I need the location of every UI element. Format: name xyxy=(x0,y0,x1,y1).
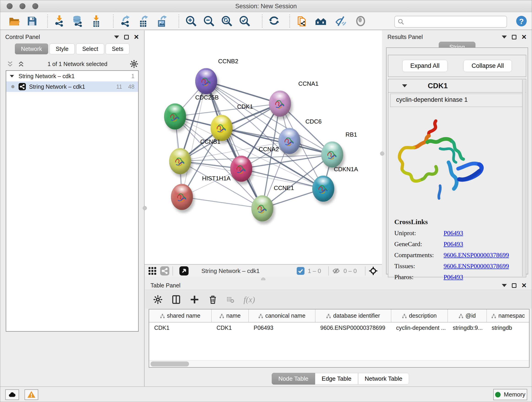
column-header-namespac[interactable]: namespac xyxy=(487,309,530,322)
close-window-icon[interactable] xyxy=(7,3,13,9)
tree-expand-icon[interactable] xyxy=(10,75,14,77)
selected-checkbox-icon[interactable] xyxy=(297,267,304,275)
help-button[interactable]: ? xyxy=(515,15,528,27)
table-options-gear-icon[interactable] xyxy=(153,295,162,304)
scrollbar-thumb[interactable] xyxy=(151,361,189,366)
cloud-status-button[interactable] xyxy=(5,389,19,400)
expand-all-button[interactable]: Expand All xyxy=(402,60,448,72)
table-cell[interactable]: stringdb:9... xyxy=(448,322,487,333)
table-horizontal-scrollbar[interactable] xyxy=(149,360,529,367)
table-cell[interactable]: 9606.ENSP00000378699 xyxy=(315,322,391,333)
tab-sets[interactable]: Sets xyxy=(106,44,129,54)
table-cell[interactable]: CDK1 xyxy=(211,322,249,333)
network-node-HIST1H1A[interactable] xyxy=(171,184,193,210)
network-collection-row[interactable]: String Network – cdk1 1 xyxy=(6,71,138,81)
zoom-fit-button[interactable] xyxy=(221,15,233,27)
birds-eye-view-icon[interactable] xyxy=(369,266,378,275)
crosslink-link[interactable]: P06493 xyxy=(443,230,463,237)
delete-column-trash-icon[interactable] xyxy=(208,295,217,304)
zoom-selected-button[interactable] xyxy=(239,15,251,27)
show-hide-graphics-details-button[interactable] xyxy=(335,15,347,27)
toolbar-separator xyxy=(113,14,114,28)
splitter-handle[interactable] xyxy=(380,152,384,156)
close-panel-icon[interactable]: ✕ xyxy=(134,35,139,39)
zoom-window-icon[interactable] xyxy=(32,3,38,9)
network-row-selected[interactable]: String Network – cdk1 11 48 xyxy=(6,81,138,92)
column-header-description[interactable]: description xyxy=(391,309,448,322)
detach-view-icon[interactable] xyxy=(179,266,189,275)
results-vertical-scrollbar[interactable] xyxy=(522,80,525,276)
collapse-panel-icon[interactable] xyxy=(114,36,119,38)
open-session-button[interactable] xyxy=(8,15,20,27)
tab-node-table[interactable]: Node Table xyxy=(272,373,315,385)
column-header-shared-name[interactable]: shared name xyxy=(149,309,211,322)
network-node-CDC6[interactable] xyxy=(278,128,300,154)
network-node-RB1[interactable] xyxy=(321,141,343,167)
splitter-handle[interactable] xyxy=(143,206,147,210)
save-session-button[interactable] xyxy=(26,15,38,27)
tab-select[interactable]: Select xyxy=(76,44,104,54)
import-network-file-button[interactable] xyxy=(53,15,66,27)
hidden-eye-slash-icon[interactable] xyxy=(332,267,340,275)
export-table-button[interactable] xyxy=(138,15,150,27)
node-label-CDC6: CDC6 xyxy=(305,118,322,125)
warnings-button[interactable] xyxy=(25,389,38,400)
column-header-database-identifier[interactable]: database identifier xyxy=(315,309,391,322)
crosslink-link[interactable]: 9606.ENSP00000378699 xyxy=(443,262,509,270)
network-canvas[interactable]: CCNB2CCNA1CDC25BCDK1CDC6RB1CCNB1CCNA2CDK… xyxy=(145,31,382,264)
crosslink-link[interactable]: P06493 xyxy=(443,274,463,281)
crosslink-link[interactable]: 9606.ENSP00000378699 xyxy=(443,251,509,259)
collapse-entry-icon[interactable] xyxy=(402,84,407,87)
network-options-gear-icon[interactable] xyxy=(130,60,138,68)
network-node-CCNA2[interactable] xyxy=(230,156,252,182)
column-header--id[interactable]: @id xyxy=(448,309,487,322)
network-node-CCNE1[interactable] xyxy=(251,195,273,221)
tab-edge-table[interactable]: Edge Table xyxy=(315,373,358,385)
float-panel-icon[interactable] xyxy=(124,35,129,39)
table-cell[interactable]: cyclin-dependent ... xyxy=(391,322,448,333)
tab-style[interactable]: Style xyxy=(50,44,75,54)
tab-network[interactable]: Network xyxy=(15,44,48,54)
table-cell[interactable]: CDK1 xyxy=(149,322,211,333)
collapse-panel-icon[interactable] xyxy=(502,36,507,38)
memory-button[interactable]: Memory xyxy=(493,389,527,400)
network-node-CCNA1[interactable] xyxy=(269,90,291,117)
network-node-CCNB2[interactable] xyxy=(195,68,217,94)
network-node-CDK1[interactable] xyxy=(210,115,233,141)
close-panel-icon[interactable]: ✕ xyxy=(521,35,527,39)
import-network-database-button[interactable] xyxy=(72,15,84,27)
zoom-in-button[interactable] xyxy=(185,15,197,27)
collapse-panel-icon[interactable] xyxy=(502,284,507,287)
create-column-plus-icon[interactable] xyxy=(190,295,199,304)
float-panel-icon[interactable] xyxy=(512,283,516,288)
expand-all-networks-icon[interactable] xyxy=(6,61,14,67)
new-network-from-selection-button[interactable] xyxy=(296,15,308,27)
close-panel-icon[interactable]: ✕ xyxy=(521,283,527,288)
search-input[interactable] xyxy=(404,19,500,25)
crosslink-link[interactable]: P06493 xyxy=(443,240,463,248)
zoom-out-button[interactable] xyxy=(203,15,215,27)
level-of-detail-button[interactable] xyxy=(355,15,367,27)
export-network-button[interactable] xyxy=(119,15,132,27)
first-neighbors-button[interactable] xyxy=(315,15,327,27)
network-share-icon[interactable] xyxy=(160,266,169,275)
network-node-CCNB1[interactable] xyxy=(169,148,191,174)
column-header-name[interactable]: name xyxy=(211,309,249,322)
grid-view-icon[interactable] xyxy=(148,266,157,275)
column-header-canonical-name[interactable]: canonical name xyxy=(249,309,315,322)
minimize-window-icon[interactable] xyxy=(19,3,25,9)
delete-table-icon[interactable] xyxy=(227,295,234,304)
show-columns-icon[interactable] xyxy=(172,295,181,304)
table-cell[interactable]: P06493 xyxy=(249,322,315,333)
table-cell[interactable]: stringdb xyxy=(487,322,530,333)
collapse-all-networks-icon[interactable] xyxy=(17,61,25,67)
tab-network-table[interactable]: Network Table xyxy=(358,373,409,385)
table-row[interactable]: CDK1CDK1P064939606.ENSP00000378699cyclin… xyxy=(149,322,530,333)
network-node-CDC25B[interactable] xyxy=(164,103,186,129)
float-panel-icon[interactable] xyxy=(512,35,516,39)
network-node-CDKN1A[interactable] xyxy=(312,176,334,202)
import-table-file-button[interactable] xyxy=(90,15,102,27)
export-image-button[interactable] xyxy=(156,15,168,27)
collapse-all-button[interactable]: Collapse All xyxy=(463,60,512,72)
refresh-button[interactable] xyxy=(268,15,280,27)
